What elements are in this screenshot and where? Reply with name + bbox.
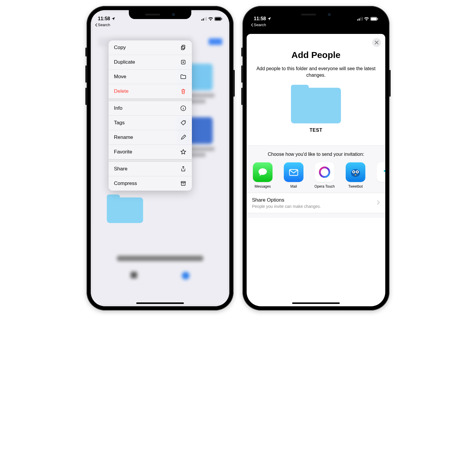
menu-separator bbox=[109, 159, 192, 162]
phone-right: 11:58 Search bbox=[242, 6, 389, 310]
share-app-more[interactable] bbox=[375, 162, 385, 189]
side-button bbox=[241, 48, 243, 56]
menu-rename[interactable]: Rename bbox=[109, 130, 192, 145]
close-icon bbox=[375, 40, 379, 45]
menu-label: Move bbox=[114, 74, 126, 80]
location-icon bbox=[267, 17, 271, 21]
menu-duplicate[interactable]: Duplicate bbox=[109, 55, 192, 70]
notch bbox=[285, 10, 347, 19]
share-app-opera[interactable]: Opera Touch bbox=[313, 162, 336, 189]
sheet-subtitle: Add people to this folder and everyone w… bbox=[256, 65, 376, 79]
menu-compress[interactable]: Compress bbox=[109, 176, 192, 191]
svg-rect-8 bbox=[181, 46, 184, 50]
signal-icon bbox=[201, 17, 207, 21]
menu-label: Duplicate bbox=[114, 59, 135, 65]
svg-rect-16 bbox=[360, 18, 361, 21]
share-app-messages[interactable]: Messages bbox=[251, 162, 274, 189]
svg-rect-1 bbox=[203, 18, 204, 21]
screen-left: 11:58 Search bbox=[91, 10, 229, 306]
opera-icon bbox=[315, 162, 334, 182]
screen-right: 11:58 Search bbox=[247, 10, 385, 306]
sheet-folder: TEST bbox=[256, 85, 376, 133]
svg-point-22 bbox=[320, 167, 329, 177]
share-caption: Choose how you'd like to send your invit… bbox=[247, 152, 385, 157]
svg-rect-19 bbox=[371, 18, 377, 20]
battery-icon bbox=[370, 17, 378, 21]
app-label: Opera Touch bbox=[314, 184, 335, 189]
menu-label: Compress bbox=[114, 181, 137, 186]
menu-label: Copy bbox=[114, 45, 126, 51]
menu-tags[interactable]: Tags bbox=[109, 116, 192, 130]
star-icon bbox=[180, 149, 187, 155]
svg-rect-6 bbox=[222, 18, 222, 20]
menu-label: Info bbox=[114, 105, 122, 111]
duplicate-icon bbox=[180, 59, 187, 65]
battery-icon bbox=[214, 17, 222, 21]
share-sheet: Add People Add people to this folder and… bbox=[247, 34, 385, 306]
home-indicator[interactable] bbox=[292, 302, 340, 304]
back-to-search[interactable]: Search bbox=[95, 23, 110, 27]
menu-separator bbox=[109, 99, 192, 101]
svg-rect-28 bbox=[384, 170, 385, 172]
back-label: Search bbox=[254, 23, 266, 27]
side-button bbox=[85, 65, 87, 83]
side-button bbox=[85, 48, 87, 56]
wifi-icon bbox=[208, 17, 213, 21]
side-button bbox=[85, 88, 87, 105]
status-time: 11:58 bbox=[98, 16, 110, 21]
svg-rect-14 bbox=[357, 19, 358, 21]
svg-rect-0 bbox=[201, 19, 202, 21]
context-menu: Copy Duplicate Move Delete Info Tags bbox=[109, 40, 192, 191]
svg-point-26 bbox=[353, 171, 354, 172]
selected-folder[interactable] bbox=[107, 194, 143, 223]
home-indicator[interactable] bbox=[136, 302, 184, 304]
archive-icon bbox=[180, 180, 187, 187]
svg-rect-20 bbox=[378, 18, 378, 20]
share-app-row[interactable]: Messages Mail bbox=[247, 162, 385, 189]
folder-name: TEST bbox=[310, 128, 322, 133]
tag-icon bbox=[180, 120, 187, 126]
menu-label: Share bbox=[114, 166, 127, 172]
menu-info[interactable]: Info bbox=[109, 101, 192, 116]
app-icon bbox=[377, 162, 385, 182]
copy-icon bbox=[180, 44, 187, 51]
info-icon bbox=[180, 105, 187, 112]
share-section: Choose how you'd like to send your invit… bbox=[247, 145, 385, 218]
menu-delete[interactable]: Delete bbox=[109, 84, 192, 99]
notch bbox=[129, 10, 191, 19]
chevron-right-icon bbox=[377, 199, 380, 207]
share-options-row[interactable]: Share Options People you invite can make… bbox=[247, 193, 385, 213]
menu-label: Tags bbox=[114, 120, 125, 126]
svg-point-11 bbox=[184, 121, 185, 122]
folder-icon bbox=[180, 73, 187, 80]
trash-icon bbox=[180, 88, 187, 95]
back-to-search[interactable]: Search bbox=[251, 23, 266, 27]
menu-label: Delete bbox=[114, 88, 129, 94]
menu-move[interactable]: Move bbox=[109, 70, 192, 84]
svg-point-23 bbox=[351, 169, 360, 177]
mail-icon bbox=[284, 162, 303, 182]
messages-icon bbox=[253, 162, 273, 182]
menu-label: Rename bbox=[114, 134, 133, 140]
menu-label: Favorite bbox=[114, 149, 132, 155]
sheet-header: Add People Add people to this folder and… bbox=[247, 34, 385, 145]
menu-copy[interactable]: Copy bbox=[109, 40, 192, 55]
side-button bbox=[241, 65, 243, 83]
sheet-title: Add People bbox=[256, 50, 376, 60]
menu-share[interactable]: Share bbox=[109, 162, 192, 176]
share-app-tweetbot[interactable]: Tweetbot bbox=[344, 162, 367, 189]
tweetbot-icon bbox=[346, 162, 365, 182]
svg-rect-15 bbox=[359, 18, 360, 21]
app-label: Messages bbox=[255, 184, 271, 189]
menu-favorite[interactable]: Favorite bbox=[109, 145, 192, 159]
side-button bbox=[389, 70, 391, 97]
svg-rect-5 bbox=[215, 18, 221, 20]
close-button[interactable] bbox=[372, 38, 381, 47]
app-label: Mail bbox=[290, 184, 297, 189]
share-icon bbox=[180, 166, 187, 172]
svg-point-27 bbox=[357, 171, 358, 172]
share-options-title: Share Options bbox=[252, 197, 321, 203]
back-label: Search bbox=[98, 23, 110, 27]
signal-icon bbox=[357, 17, 363, 21]
share-app-mail[interactable]: Mail bbox=[282, 162, 305, 189]
